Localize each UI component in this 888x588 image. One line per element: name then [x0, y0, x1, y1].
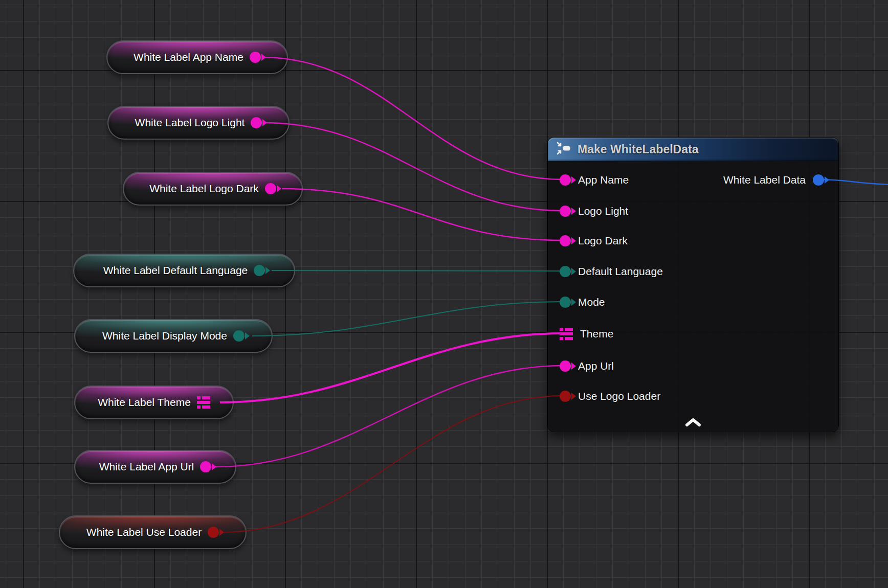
- input-row-logo-light: Logo Light: [560, 203, 628, 219]
- pin-label: App Url: [578, 360, 614, 372]
- getter-node-white-label-app-name[interactable]: White Label App Name: [106, 40, 288, 74]
- getter-label: White Label Default Language: [103, 264, 248, 277]
- pin-label: Theme: [580, 328, 613, 340]
- wire-mode[interactable]: [252, 302, 563, 336]
- input-row-app-name: App Name: [560, 172, 629, 188]
- output-pin-string[interactable]: [200, 461, 211, 472]
- getter-label: White Label App Name: [134, 51, 243, 63]
- output-pin-struct[interactable]: [813, 174, 824, 186]
- input-row-mode: Mode: [560, 294, 605, 310]
- wire-app-name[interactable]: [262, 57, 563, 179]
- output-pin-enum[interactable]: [233, 330, 245, 342]
- getter-node-white-label-use-loader[interactable]: White Label Use Loader: [59, 515, 247, 549]
- input-pin-string[interactable]: [560, 206, 571, 217]
- chevron-up-icon[interactable]: [684, 418, 702, 428]
- input-row-use-logo-loader: Use Logo Loader: [560, 388, 660, 404]
- make-whitelabeldata-node[interactable]: Make WhiteLabelData App Name Logo Light …: [547, 137, 839, 432]
- input-pin-string[interactable]: [560, 174, 571, 186]
- pin-label: Mode: [578, 296, 605, 308]
- getter-label: White Label Logo Light: [135, 117, 245, 129]
- getter-label: White Label Display Mode: [102, 330, 227, 342]
- output-row-white-label-data: White Label Data: [723, 172, 824, 188]
- output-pin-string[interactable]: [250, 52, 261, 63]
- input-pin-enum[interactable]: [560, 266, 571, 277]
- node-header[interactable]: Make WhiteLabelData: [548, 138, 838, 161]
- wire-theme[interactable]: [220, 333, 563, 402]
- getter-node-white-label-display-mode[interactable]: White Label Display Mode: [74, 319, 273, 353]
- pin-label: Logo Light: [578, 205, 628, 217]
- wire-app-url[interactable]: [216, 366, 563, 467]
- getter-label: White Label App Url: [99, 461, 194, 473]
- output-pin-string[interactable]: [251, 117, 262, 128]
- getter-node-white-label-theme[interactable]: White Label Theme: [74, 386, 234, 419]
- make-struct-icon: [556, 141, 571, 157]
- struct-pin-icon[interactable]: [560, 327, 573, 341]
- wire-logo-dark[interactable]: [282, 189, 563, 240]
- input-pin-bool[interactable]: [560, 391, 571, 402]
- blueprint-graph-canvas[interactable]: White Label App Name White Label Logo Li…: [0, 0, 888, 588]
- input-row-default-language: Default Language: [560, 263, 663, 280]
- getter-node-white-label-default-language[interactable]: White Label Default Language: [73, 254, 295, 287]
- wire-default-language[interactable]: [272, 270, 563, 271]
- pin-label: White Label Data: [723, 174, 806, 186]
- input-pin-string[interactable]: [560, 360, 571, 372]
- getter-label: White Label Logo Dark: [149, 183, 259, 195]
- wire-logo-light[interactable]: [263, 123, 563, 211]
- input-row-logo-dark: Logo Dark: [560, 233, 628, 249]
- pin-label: Logo Dark: [578, 235, 628, 247]
- struct-pin-icon[interactable]: [197, 396, 210, 409]
- output-pin-bool[interactable]: [208, 527, 219, 538]
- input-row-app-url: App Url: [560, 358, 614, 374]
- input-row-theme: Theme: [560, 326, 613, 342]
- pin-label: App Name: [578, 174, 629, 186]
- input-pin-string[interactable]: [560, 235, 571, 246]
- getter-label: White Label Use Loader: [86, 526, 202, 538]
- getter-label: White Label Theme: [98, 396, 191, 409]
- output-pin-string[interactable]: [265, 183, 276, 194]
- wire-use-loader[interactable]: [223, 396, 563, 532]
- node-title: Make WhiteLabelData: [578, 143, 698, 156]
- getter-node-white-label-logo-light[interactable]: White Label Logo Light: [107, 106, 290, 140]
- input-pin-enum[interactable]: [560, 297, 571, 308]
- output-pin-enum[interactable]: [254, 265, 265, 276]
- getter-node-white-label-logo-dark[interactable]: White Label Logo Dark: [123, 172, 303, 206]
- pin-label: Default Language: [578, 265, 663, 278]
- getter-node-white-label-app-url[interactable]: White Label App Url: [74, 450, 236, 484]
- pin-label: Use Logo Loader: [578, 390, 660, 402]
